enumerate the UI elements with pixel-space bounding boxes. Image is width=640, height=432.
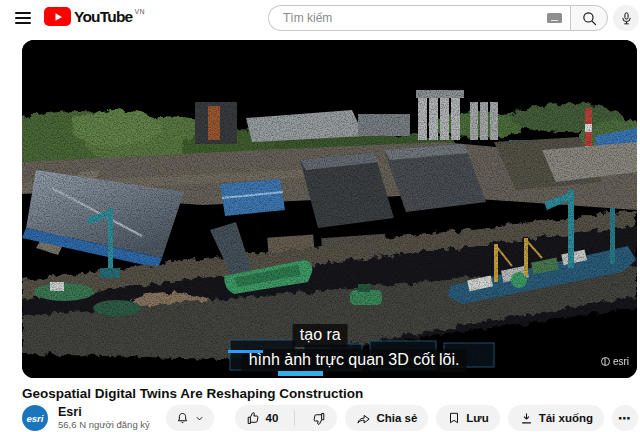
- esri-watermark: esri: [601, 356, 629, 367]
- download-icon: [519, 411, 534, 426]
- save-label: Lưu: [466, 412, 488, 424]
- youtube-logo-text: YouTube: [74, 7, 132, 26]
- video-player[interactable]: tạo ra hình ảnh trực quan 3D cốt lõi. es…: [22, 40, 637, 378]
- chevron-down-icon: [194, 413, 205, 424]
- globe-icon: [601, 357, 610, 366]
- microphone-icon: [619, 11, 634, 26]
- download-label: Tải xuống: [539, 412, 593, 424]
- subscriber-count: 56,6 N người đăng ký: [58, 420, 150, 431]
- more-actions-button[interactable]: ⋯: [612, 405, 638, 431]
- search-button[interactable]: [570, 5, 608, 31]
- watermark-text: esri: [613, 356, 629, 367]
- notifications-button[interactable]: [166, 405, 214, 431]
- save-button[interactable]: Lưu: [436, 405, 499, 431]
- youtube-region-label: VN: [134, 8, 145, 15]
- channel-name[interactable]: Esri: [58, 405, 150, 419]
- search-box[interactable]: [268, 5, 570, 31]
- search-input[interactable]: [283, 11, 547, 25]
- bell-icon: [175, 411, 190, 426]
- caption-line-2: hình ảnh trực quan 3D cốt lõi.: [242, 349, 467, 372]
- caption-line-1: tạo ra: [293, 324, 348, 347]
- like-count: 40: [266, 412, 279, 424]
- thumbs-down-icon: [311, 411, 326, 426]
- search-bar: [268, 5, 608, 31]
- like-dislike-group: 40: [235, 405, 338, 431]
- pill-divider: [294, 410, 295, 426]
- caption-accent-bar: [278, 371, 323, 376]
- keyboard-icon[interactable]: [547, 13, 562, 23]
- video-title: Geospatial Digital Twins Are Reshaping C…: [22, 386, 627, 401]
- menu-icon[interactable]: [15, 9, 35, 27]
- download-button[interactable]: Tải xuống: [508, 405, 604, 431]
- share-label: Chia sẻ: [376, 412, 417, 424]
- youtube-play-icon: [44, 7, 71, 26]
- thumbs-up-icon: [246, 411, 261, 426]
- channel-info: Esri 56,6 N người đăng ký: [58, 405, 150, 430]
- avatar-text: esri: [27, 413, 44, 424]
- caption-accent-bar: [228, 350, 263, 353]
- top-bar: YouTube VN: [0, 0, 640, 36]
- share-icon: [356, 411, 371, 426]
- share-button[interactable]: Chia sẻ: [345, 405, 428, 431]
- voice-search-button[interactable]: [613, 5, 639, 31]
- search-icon: [581, 10, 598, 27]
- video-meta-row: esri Esri 56,6 N người đăng ký 40: [22, 404, 638, 432]
- channel-avatar[interactable]: esri: [22, 405, 48, 431]
- dislike-button[interactable]: [300, 405, 337, 431]
- youtube-logo[interactable]: YouTube VN: [44, 7, 145, 26]
- more-icon: ⋯: [618, 411, 632, 426]
- bookmark-icon: [447, 411, 461, 425]
- like-button[interactable]: 40: [235, 405, 290, 431]
